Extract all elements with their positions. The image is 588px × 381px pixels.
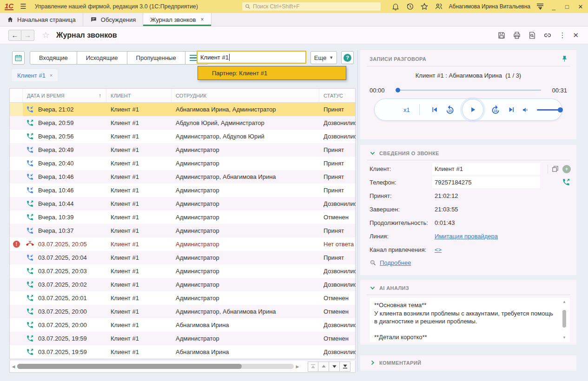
favorites-star-icon[interactable] xyxy=(420,2,429,11)
table-row[interactable]: ! Вчера, 10:46 Клиент #1 Администратор П… xyxy=(10,184,355,197)
table-row[interactable]: ! Вчера, 21:02 Клиент #1 Абнагимова Ирин… xyxy=(10,103,355,116)
replay-10-icon[interactable]: 10 xyxy=(445,105,455,115)
skip-previous-icon[interactable] xyxy=(430,105,438,114)
seek-slider[interactable] xyxy=(396,90,541,91)
volume-slider[interactable] xyxy=(537,109,562,111)
go-to-end-button[interactable] xyxy=(340,361,350,372)
scrollbar-thumb[interactable] xyxy=(562,310,566,328)
table-row[interactable]: ! 03.07.2025, 20:01 Клиент #1 Администра… xyxy=(10,291,355,305)
ai-section-header[interactable]: AI АНАЛИЗ xyxy=(360,280,576,295)
search-input[interactable]: Клиент #1 xyxy=(197,51,306,64)
back-button[interactable]: ← xyxy=(8,30,21,41)
search-suggestion-item[interactable]: Партнер: Клиент #1 xyxy=(198,66,346,80)
service-menu-icon[interactable] xyxy=(536,3,544,10)
call-client-phone-icon[interactable] xyxy=(562,178,570,186)
filter-outgoing-button[interactable]: Исходящие xyxy=(77,51,127,65)
table-row[interactable]: ! 03.07.2025, 20:00 Клиент #1 Абнагимова… xyxy=(10,318,355,332)
table-row[interactable]: ! Вчера, 10:39 Клиент #1 Администратор О… xyxy=(10,210,355,224)
skip-next-icon[interactable] xyxy=(508,105,515,114)
print-icon[interactable] xyxy=(513,31,521,39)
window-minimize-button[interactable]: _ xyxy=(550,3,557,10)
volume-icon[interactable] xyxy=(522,106,529,114)
table-row[interactable]: ! 03.07.2025, 20:05 Клиент #1 Администра… xyxy=(10,237,355,251)
forward-10-icon[interactable]: 10 xyxy=(490,105,501,115)
panel-splitter[interactable] xyxy=(357,50,358,372)
table-row[interactable]: ! 03.07.2025, 20:02 Клиент #1 Администра… xyxy=(10,278,355,291)
ai-analysis-text[interactable]: **Основная тема**У клиента возникли проб… xyxy=(370,298,570,342)
call-info-section-header[interactable]: СВЕДЕНИЯ О ЗВОНКЕ xyxy=(360,145,576,160)
table-row[interactable]: ! Вчера, 10:44 Клиент #1 Администратор Д… xyxy=(10,197,355,210)
seek-slider-knob[interactable] xyxy=(396,88,400,92)
add-to-favorites-star-icon[interactable]: ☆ xyxy=(42,30,50,40)
play-button[interactable] xyxy=(462,99,483,120)
save-icon[interactable] xyxy=(497,31,506,39)
call-employee: Администратор, Абнагимова Ирина xyxy=(172,305,319,318)
recordings-section-title: ЗАПИСИ РАЗГОВОРА xyxy=(370,56,426,62)
tab-close-icon[interactable]: × xyxy=(201,16,204,23)
tab-call-journal[interactable]: Журнал звонков × xyxy=(143,13,211,26)
tab-discussions[interactable]: Обсуждения xyxy=(83,13,144,26)
main-menu-icon[interactable]: ☰ xyxy=(20,2,26,11)
period-calendar-button[interactable] xyxy=(12,51,25,65)
forward-button[interactable]: → xyxy=(21,30,34,41)
table-row[interactable]: ! 03.07.2025, 19:59 Клиент #1 Администра… xyxy=(10,332,355,345)
column-header-datetime[interactable]: ДАТА И ВРЕМЯ ↑ xyxy=(23,89,106,102)
table-row[interactable]: ! Вчера, 20:59 Клиент #1 Абдулов Юрий, А… xyxy=(10,116,355,130)
playback-speed-button[interactable]: x1 xyxy=(403,106,410,113)
volume-slider-knob[interactable] xyxy=(558,107,563,112)
open-in-new-icon[interactable] xyxy=(552,165,559,172)
scrollbar-track[interactable] xyxy=(562,304,566,335)
form-close-icon[interactable]: ✕ xyxy=(573,31,579,39)
scroll-up-icon[interactable]: ▲ xyxy=(562,300,566,304)
table-row[interactable]: ! 03.07.2025, 19:59 Клиент #1 Абнагимова… xyxy=(10,345,355,359)
row-down-button[interactable] xyxy=(329,361,340,372)
table-row[interactable]: ! Вчера, 20:56 Клиент #1 Администратор, … xyxy=(10,130,355,143)
comment-section-header[interactable]: КОММЕНТАРИЙ xyxy=(360,355,576,369)
scroll-left-icon[interactable]: ◀ xyxy=(10,364,17,369)
window-maximize-button[interactable]: □ xyxy=(563,3,571,10)
add-icon[interactable]: + xyxy=(562,165,571,173)
column-header-employee[interactable]: СОТРУДНИК xyxy=(172,89,319,102)
scroll-down-icon[interactable]: ▼ xyxy=(562,335,566,340)
filter-missed-button[interactable]: Пропущенные xyxy=(127,51,185,65)
pin-icon[interactable] xyxy=(561,55,568,62)
scroll-right-icon[interactable]: ▶ xyxy=(294,364,301,369)
column-header-status[interactable]: СТАТУС xyxy=(319,89,356,102)
row-up-button[interactable] xyxy=(318,361,329,372)
notifications-bell-icon[interactable] xyxy=(391,2,400,11)
global-search-input[interactable]: Поиск Ctrl+Shift+F xyxy=(242,2,381,11)
get-link-icon[interactable] xyxy=(543,31,552,39)
table-row[interactable]: ! Вчера, 20:49 Клиент #1 Администратор П… xyxy=(10,143,355,157)
column-header-client[interactable]: КЛИЕНТ xyxy=(106,89,172,102)
field-value-box[interactable]: 21:03:55 xyxy=(432,204,461,215)
history-icon[interactable] xyxy=(406,2,414,11)
column-header-flag[interactable] xyxy=(10,89,23,102)
table-row[interactable]: ! Вчера, 10:46 Клиент #1 Администратор, … xyxy=(10,170,355,184)
field-value-box[interactable]: 21:02:12 xyxy=(432,190,461,202)
table-row[interactable]: ! Вчера, 20:40 Клиент #1 Администратор П… xyxy=(10,157,355,170)
preview-icon[interactable] xyxy=(528,31,536,39)
current-user-name[interactable]: Абнагимова Ирина Витальевна xyxy=(449,3,530,10)
scrollbar-track[interactable] xyxy=(17,364,294,369)
table-row[interactable]: ! Вчера, 10:37 Клиент #1 Администратор П… xyxy=(10,224,355,237)
filter-incoming-button[interactable]: Входящие xyxy=(30,51,77,65)
field-value-box[interactable]: Клиент #1 xyxy=(432,163,540,175)
table-row[interactable]: ! 03.07.2025, 20:03 Клиент #1 Администра… xyxy=(10,264,355,278)
window-close-button[interactable]: ✕ xyxy=(577,3,584,10)
active-filter-chip[interactable]: Клиент #1 × xyxy=(12,69,58,81)
table-row[interactable]: ! 03.07.2025, 20:04 Клиент #1 Администра… xyxy=(10,251,355,264)
details-link[interactable]: Подробнее xyxy=(380,259,411,266)
field-value-box[interactable]: 0:01:43 xyxy=(432,217,457,229)
field-value-box[interactable]: Имитация провайдера xyxy=(432,230,500,242)
go-to-top-button[interactable] xyxy=(308,361,318,372)
help-button[interactable]: ? xyxy=(341,51,354,64)
discussions-users-icon[interactable] xyxy=(435,2,443,11)
tab-home[interactable]: Начальная страница xyxy=(0,13,83,26)
filter-chip-close-icon[interactable]: × xyxy=(50,72,53,78)
table-row[interactable]: ! 03.07.2025, 20:00 Клиент #1 Администра… xyxy=(10,305,355,318)
scrollbar-thumb[interactable] xyxy=(17,364,242,369)
field-value-box[interactable]: 79257184275 xyxy=(432,177,540,188)
more-actions-icon[interactable]: ⋮ xyxy=(559,31,566,39)
more-menu-button[interactable]: Еще ▼ xyxy=(311,51,337,64)
field-value-box[interactable]: <> xyxy=(432,244,444,256)
